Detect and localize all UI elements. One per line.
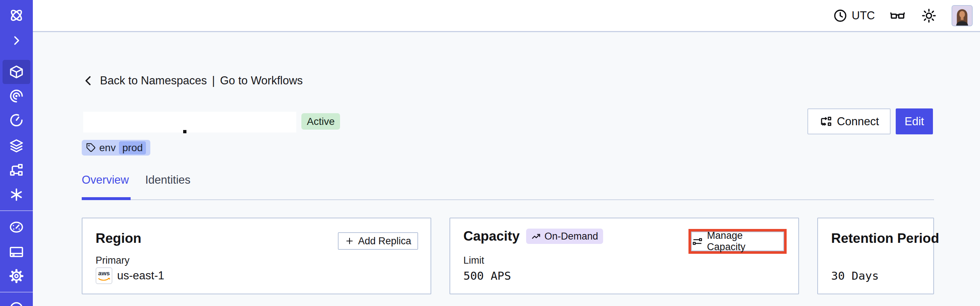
tag-icon <box>86 143 96 153</box>
add-replica-button[interactable]: Add Replica <box>338 232 418 250</box>
main-content: Back to Namespaces | Go to Workflows Act… <box>33 32 980 306</box>
temporal-logo-icon <box>8 7 24 23</box>
edit-button[interactable]: Edit <box>896 108 933 134</box>
region-card: Region Add Replica Primary aws us-east-1 <box>82 218 431 294</box>
breadcrumb-separator: | <box>212 74 215 87</box>
retention-value-row: 30 Days <box>831 266 879 285</box>
redaction-artifact <box>183 130 186 133</box>
tabs-baseline <box>82 199 934 200</box>
go-to-workflows-link[interactable]: Go to Workflows <box>220 74 303 87</box>
connect-button[interactable]: Connect <box>807 108 891 134</box>
sidebar-item-settings[interactable] <box>8 268 24 284</box>
tab-overview[interactable]: Overview <box>82 174 129 186</box>
sun-icon <box>921 8 937 23</box>
primary-label: Primary <box>95 255 129 266</box>
sidebar-item-namespaces[interactable] <box>8 64 24 80</box>
gear-icon <box>9 268 24 284</box>
sidebar-divider <box>0 292 33 293</box>
redacted-namespace-title <box>83 112 296 132</box>
limit-label: Limit <box>463 255 484 266</box>
namespaces-cube-icon <box>9 64 24 80</box>
capacity-card: Capacity On-Demand <box>450 218 799 294</box>
manage-capacity-label: Manage Capacity <box>707 230 783 253</box>
topbar: UTC <box>33 0 980 32</box>
capacity-value-row: 500 APS <box>463 266 511 285</box>
sidebar-item-logo[interactable] <box>8 7 24 23</box>
app-window: UTC <box>0 0 980 306</box>
timezone-label: UTC <box>851 9 875 22</box>
clock-icon <box>833 8 848 23</box>
manage-capacity-button[interactable]: Manage Capacity <box>691 231 784 251</box>
chevron-left-icon <box>82 74 95 87</box>
sidebar-item-batch-operations[interactable] <box>8 162 24 178</box>
capacity-card-title: Capacity <box>463 229 520 244</box>
capacity-limit-value: 500 APS <box>463 269 511 282</box>
sidebar-item-help[interactable] <box>8 301 24 306</box>
usage-gauge-icon <box>9 220 24 235</box>
sidebar-item-billing[interactable] <box>8 244 24 260</box>
capacity-card-header: Capacity On-Demand <box>463 229 603 244</box>
namespace-tag: env prod <box>82 140 150 156</box>
add-replica-label: Add Replica <box>358 236 411 247</box>
layers-icon <box>9 138 24 153</box>
highlight-box: Manage Capacity <box>689 229 787 254</box>
sidebar-item-schedules[interactable] <box>8 112 24 128</box>
retention-card: Retention Period 30 Days <box>817 218 934 294</box>
region-value-row: aws us-east-1 <box>95 266 164 285</box>
credit-card-icon <box>9 244 24 260</box>
chevron-right-icon <box>10 34 22 47</box>
nexus-asterisk-icon <box>9 187 24 202</box>
sidebar-item-usage[interactable] <box>8 219 24 235</box>
sliders-icon <box>692 236 703 247</box>
tag-key: env <box>99 142 116 154</box>
plus-icon <box>345 236 354 246</box>
breadcrumb: Back to Namespaces | Go to Workflows <box>82 74 303 87</box>
workflows-spiral-icon <box>9 88 24 104</box>
sidebar-item-expand[interactable] <box>8 32 24 49</box>
aws-provider-badge: aws <box>95 267 112 284</box>
sidebar-item-deployments[interactable] <box>8 138 24 154</box>
sidebar <box>0 0 33 306</box>
on-demand-label: On-Demand <box>544 231 598 242</box>
aws-smile-icon <box>98 278 110 282</box>
timezone-selector[interactable]: UTC <box>833 8 875 23</box>
theme-toggle[interactable] <box>920 7 938 24</box>
connect-button-label: Connect <box>837 115 879 128</box>
trending-up-icon <box>531 231 541 241</box>
region-card-title: Region <box>95 231 141 246</box>
sidebar-divider <box>0 210 33 211</box>
active-tab-underline <box>82 197 130 200</box>
labs-toggle[interactable] <box>889 7 906 24</box>
status-badge: Active <box>301 113 340 130</box>
connect-icon <box>819 115 832 128</box>
retention-value: 30 Days <box>831 269 879 282</box>
schedules-clock-icon <box>9 113 24 128</box>
tag-value-chip: prod <box>119 141 146 155</box>
sidebar-item-nexus[interactable] <box>8 186 24 202</box>
avatar[interactable] <box>951 5 973 26</box>
sidebar-item-workflows[interactable] <box>8 88 24 104</box>
glasses-icon <box>889 8 905 24</box>
back-to-namespaces-link[interactable]: Back to Namespaces <box>100 74 207 87</box>
help-circle-icon <box>9 301 24 306</box>
on-demand-badge: On-Demand <box>526 229 603 244</box>
retention-card-title: Retention Period <box>831 231 939 246</box>
region-value: us-east-1 <box>117 269 164 282</box>
tab-identities[interactable]: Identities <box>145 174 191 186</box>
batch-branch-icon <box>9 162 24 177</box>
aws-logo-text: aws <box>96 270 111 277</box>
avatar-image <box>952 6 972 26</box>
